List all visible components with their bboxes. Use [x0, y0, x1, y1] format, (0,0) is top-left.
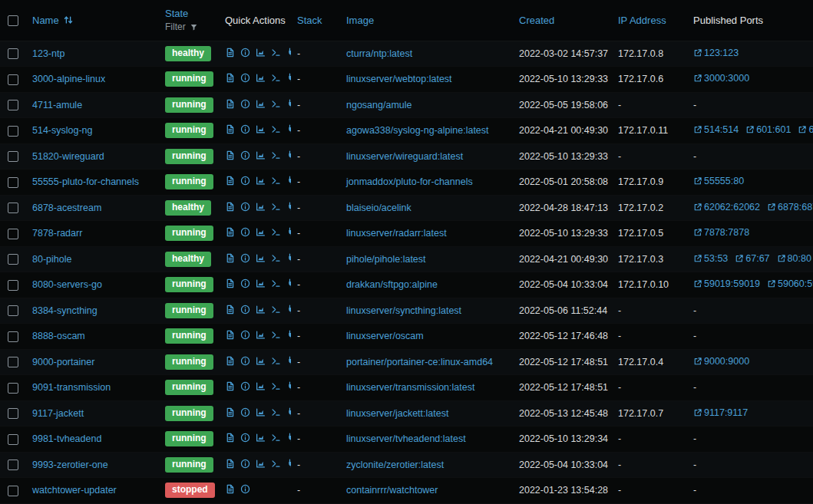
- container-name-link[interactable]: 9117-jackett: [32, 408, 84, 419]
- attach-button[interactable]: [286, 227, 291, 237]
- container-name-link[interactable]: 9981-tvheadend: [32, 433, 101, 444]
- row-checkbox[interactable]: [8, 100, 18, 110]
- column-header-state[interactable]: State Filter: [159, 0, 219, 41]
- image-link[interactable]: cturra/ntp:latest: [346, 48, 412, 59]
- logs-button[interactable]: [225, 253, 235, 263]
- published-port-link[interactable]: 9000:9000: [693, 356, 749, 367]
- inspect-button[interactable]: [240, 227, 250, 237]
- logs-button[interactable]: [225, 433, 235, 443]
- logs-button[interactable]: [225, 484, 235, 494]
- logs-button[interactable]: [225, 124, 235, 134]
- image-link[interactable]: linuxserver/syncthing:latest: [346, 305, 461, 316]
- image-link[interactable]: linuxserver/transmission:latest: [346, 382, 474, 393]
- console-button[interactable]: [271, 124, 281, 134]
- container-name-link[interactable]: 51820-wireguard: [32, 151, 104, 162]
- row-checkbox[interactable]: [8, 460, 18, 470]
- container-name-link[interactable]: 55555-pluto-for-channels: [32, 176, 139, 187]
- console-button[interactable]: [271, 253, 281, 263]
- console-button[interactable]: [271, 459, 281, 469]
- logs-button[interactable]: [225, 73, 235, 83]
- published-port-link[interactable]: 80:80: [777, 253, 811, 264]
- image-link[interactable]: linuxserver/tvheadend:latest: [346, 433, 466, 444]
- logs-button[interactable]: [225, 202, 235, 212]
- attach-button[interactable]: [286, 381, 291, 391]
- published-port-link[interactable]: 62062:62062: [693, 202, 760, 212]
- row-checkbox[interactable]: [8, 229, 18, 239]
- inspect-button[interactable]: [240, 176, 250, 186]
- stats-button[interactable]: [256, 48, 266, 58]
- container-name-link[interactable]: 4711-amule: [32, 100, 82, 110]
- inspect-button[interactable]: [240, 202, 250, 212]
- row-checkbox[interactable]: [8, 48, 18, 59]
- published-port-link[interactable]: 3000:3000: [693, 73, 749, 84]
- stats-button[interactable]: [256, 73, 266, 83]
- inspect-button[interactable]: [240, 99, 250, 109]
- console-button[interactable]: [271, 356, 281, 366]
- row-checkbox[interactable]: [8, 177, 18, 188]
- stats-button[interactable]: [256, 459, 266, 469]
- logs-button[interactable]: [225, 176, 235, 186]
- stats-button[interactable]: [256, 330, 266, 340]
- logs-button[interactable]: [225, 305, 235, 315]
- container-name-link[interactable]: 8888-oscam: [32, 331, 85, 341]
- image-link[interactable]: blaiseio/acelink: [346, 203, 411, 213]
- published-port-link[interactable]: 9117:9117: [693, 407, 748, 418]
- logs-button[interactable]: [225, 459, 235, 469]
- inspect-button[interactable]: [240, 381, 250, 391]
- container-name-link[interactable]: watchtower-updater: [32, 485, 117, 496]
- attach-button[interactable]: [286, 278, 291, 288]
- console-button[interactable]: [271, 381, 281, 391]
- image-link[interactable]: linuxserver/wireguard:latest: [346, 151, 463, 162]
- inspect-button[interactable]: [240, 253, 250, 263]
- row-checkbox[interactable]: [8, 74, 18, 85]
- published-port-link[interactable]: 6878:6878: [767, 202, 813, 212]
- row-checkbox[interactable]: [8, 434, 18, 445]
- image-link[interactable]: drakkan/sftpgo:alpine: [346, 279, 438, 290]
- image-link[interactable]: linuxserver/oscam: [346, 331, 424, 341]
- stats-button[interactable]: [256, 124, 266, 134]
- attach-button[interactable]: [286, 48, 291, 58]
- console-button[interactable]: [271, 330, 281, 340]
- row-checkbox[interactable]: [8, 357, 18, 367]
- container-name-link[interactable]: 3000-alpine-linux: [32, 74, 105, 84]
- row-checkbox[interactable]: [8, 280, 18, 291]
- attach-button[interactable]: [286, 407, 291, 417]
- published-port-link[interactable]: 59019:59019: [693, 278, 760, 289]
- image-link[interactable]: portainer/portainer-ce:linux-amd64: [346, 357, 493, 367]
- published-port-link[interactable]: 514:514: [693, 124, 739, 135]
- stats-button[interactable]: [256, 278, 266, 288]
- stats-button[interactable]: [256, 150, 266, 160]
- image-link[interactable]: linuxserver/webtop:latest: [346, 74, 452, 84]
- container-name-link[interactable]: 8080-servers-go: [32, 279, 102, 290]
- published-port-link[interactable]: 6514:6514: [798, 124, 813, 135]
- inspect-button[interactable]: [240, 356, 250, 366]
- published-port-link[interactable]: 7878:7878: [693, 227, 749, 238]
- sort-icon[interactable]: [63, 15, 74, 25]
- container-name-link[interactable]: 8384-syncthing: [32, 305, 97, 316]
- console-button[interactable]: [271, 202, 281, 212]
- stats-button[interactable]: [256, 202, 266, 212]
- container-name-link[interactable]: 6878-acestream: [32, 203, 101, 213]
- logs-button[interactable]: [225, 381, 235, 391]
- console-button[interactable]: [271, 73, 281, 83]
- container-name-link[interactable]: 7878-radarr: [32, 228, 82, 239]
- column-header-created[interactable]: Created: [513, 0, 612, 41]
- row-checkbox[interactable]: [8, 254, 18, 265]
- attach-button[interactable]: [286, 330, 291, 340]
- logs-button[interactable]: [225, 227, 235, 237]
- inspect-button[interactable]: [240, 407, 250, 417]
- image-link[interactable]: ngosang/amule: [346, 100, 411, 110]
- published-port-link[interactable]: 53:53: [693, 253, 728, 264]
- inspect-button[interactable]: [240, 433, 250, 443]
- stats-button[interactable]: [256, 433, 266, 443]
- filter-icon[interactable]: [190, 23, 198, 31]
- inspect-button[interactable]: [240, 330, 250, 340]
- stats-button[interactable]: [256, 253, 266, 263]
- stats-button[interactable]: [256, 305, 266, 315]
- stats-button[interactable]: [256, 381, 266, 391]
- attach-button[interactable]: [286, 176, 291, 186]
- attach-button[interactable]: [286, 253, 291, 263]
- inspect-button[interactable]: [240, 150, 250, 160]
- stats-button[interactable]: [256, 356, 266, 366]
- container-name-link[interactable]: 123-ntp: [32, 48, 64, 59]
